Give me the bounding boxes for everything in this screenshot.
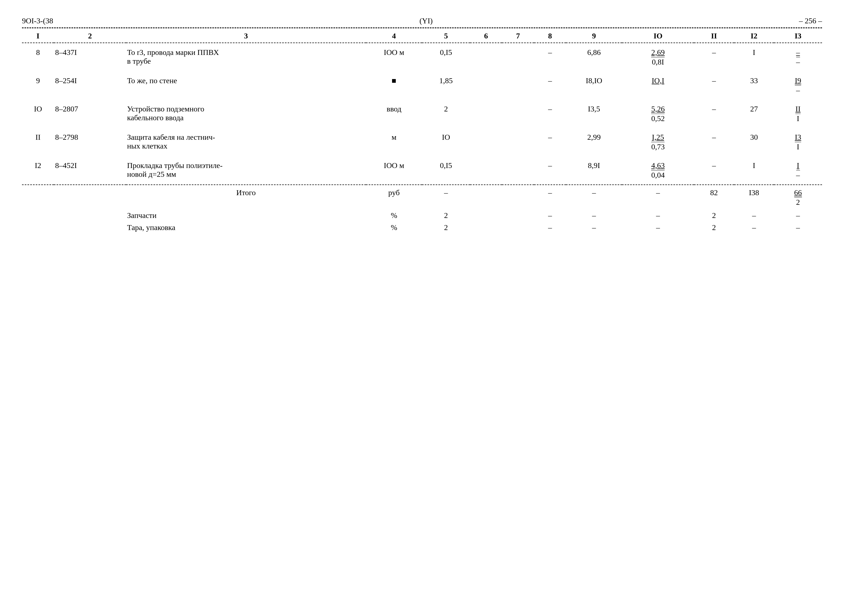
row-col9: I3,5 xyxy=(566,100,622,128)
row-col5: 1,85 xyxy=(422,71,470,100)
summary-unit: % xyxy=(366,209,422,221)
row-col7 xyxy=(502,71,534,100)
summary-col13: – xyxy=(774,209,822,221)
row-col5: 0,I5 xyxy=(422,43,470,71)
summary-row: Запчасти % 2 – – – 2 – – xyxy=(22,209,822,221)
itogo-unit: руб xyxy=(366,185,422,209)
row-unit: IOO м xyxy=(366,43,422,71)
table-row: 98–254IТо же, по стене■1,85–I8,IOIO,I–33… xyxy=(22,71,822,100)
itogo-col5: – xyxy=(422,185,470,209)
header-divider xyxy=(22,28,822,28)
row-col8: – xyxy=(534,128,566,156)
row-col6 xyxy=(470,71,502,100)
row-col9: I8,IO xyxy=(566,71,622,100)
row-col13: –– xyxy=(774,43,822,71)
row-col8: – xyxy=(534,43,566,71)
col-header-7: 7 xyxy=(502,30,534,43)
row-col5: 0,I5 xyxy=(422,156,470,185)
col-header-11: II xyxy=(694,30,734,43)
summary-label: Запчасти xyxy=(126,209,366,221)
itogo-col6 xyxy=(470,185,502,209)
row-col11: – xyxy=(694,156,734,185)
row-col12: 30 xyxy=(734,128,774,156)
row-desc: То r3, провода марки ППВХв трубе xyxy=(126,43,366,71)
col-header-2: 2 xyxy=(54,30,126,43)
header: 9OI-3-(38 (YI) – 256 – xyxy=(22,16,822,25)
row-col12: 27 xyxy=(734,100,774,128)
col-header-8: 8 xyxy=(534,30,566,43)
summary-label: Тара, упаковка xyxy=(126,221,366,233)
col-header-5: 5 xyxy=(422,30,470,43)
row-col9: 2,99 xyxy=(566,128,622,156)
main-table: I 2 3 4 5 6 7 8 9 IO II I2 I3 88–437IТо … xyxy=(22,30,822,233)
row-col13: I– xyxy=(774,156,822,185)
summary-col10: – xyxy=(622,209,694,221)
col-header-1: I xyxy=(22,30,54,43)
row-col10: 5,260,52 xyxy=(622,100,694,128)
row-unit: ■ xyxy=(366,71,422,100)
col-header-13: I3 xyxy=(774,30,822,43)
row-col11: – xyxy=(694,100,734,128)
table-row: II8–2798Защита кабеля на лестнич-ных кле… xyxy=(22,128,822,156)
row-col11: – xyxy=(694,71,734,100)
itogo-empty2 xyxy=(54,185,126,209)
row-unit: IOO м xyxy=(366,156,422,185)
row-col8: – xyxy=(534,156,566,185)
itogo-col8: – xyxy=(534,185,566,209)
summary-col8: – xyxy=(534,209,566,221)
row-col10: I,250,73 xyxy=(622,128,694,156)
itogo-col9: – xyxy=(566,185,622,209)
row-col7 xyxy=(502,128,534,156)
row-col10: 4,630,04 xyxy=(622,156,694,185)
itogo-col7 xyxy=(502,185,534,209)
row-col8: – xyxy=(534,100,566,128)
col-header-12: I2 xyxy=(734,30,774,43)
itogo-row: Итого руб – – – – 82 I38 662 xyxy=(22,185,822,209)
row-desc: Устройство подземногокабельного ввода xyxy=(126,100,366,128)
summary-empty2 xyxy=(54,221,126,233)
itogo-col13: 662 xyxy=(774,185,822,209)
row-col5: 2 xyxy=(422,100,470,128)
summary-col5: 2 xyxy=(422,221,470,233)
table-row: IO8–2807Устройство подземногокабельного … xyxy=(22,100,822,128)
summary-col10: – xyxy=(622,221,694,233)
row-num: IO xyxy=(22,100,54,128)
row-num: II xyxy=(22,128,54,156)
row-col9: 8,9I xyxy=(566,156,622,185)
itogo-col10: – xyxy=(622,185,694,209)
summary-col8: – xyxy=(534,221,566,233)
row-code: 8–2807 xyxy=(54,100,126,128)
row-code: 8–452I xyxy=(54,156,126,185)
row-code: 8–2798 xyxy=(54,128,126,156)
col-header-10: IO xyxy=(622,30,694,43)
col-header-4: 4 xyxy=(366,30,422,43)
summary-row: Тара, упаковка % 2 – – – 2 – – xyxy=(22,221,822,233)
row-col8: – xyxy=(534,71,566,100)
summary-col7 xyxy=(502,221,534,233)
row-col6 xyxy=(470,128,502,156)
summary-empty1 xyxy=(22,209,54,221)
row-num: 8 xyxy=(22,43,54,71)
row-col7 xyxy=(502,43,534,71)
doc-section: (YI) xyxy=(419,16,433,25)
row-col6 xyxy=(470,100,502,128)
row-col13: III xyxy=(774,100,822,128)
row-col9: 6,86 xyxy=(566,43,622,71)
row-col11: – xyxy=(694,43,734,71)
summary-col5: 2 xyxy=(422,209,470,221)
row-col12: 33 xyxy=(734,71,774,100)
summary-col9: – xyxy=(566,221,622,233)
row-col10: 2,690,8I xyxy=(622,43,694,71)
row-col5: IO xyxy=(422,128,470,156)
summary-empty1 xyxy=(22,221,54,233)
row-col13: I9– xyxy=(774,71,822,100)
summary-col7 xyxy=(502,209,534,221)
row-col7 xyxy=(502,156,534,185)
doc-number: 9OI-3-(38 xyxy=(22,16,53,25)
itogo-col11: 82 xyxy=(694,185,734,209)
col-header-9: 9 xyxy=(566,30,622,43)
row-col10: IO,I xyxy=(622,71,694,100)
row-col11: – xyxy=(694,128,734,156)
table-row: 88–437IТо r3, провода марки ППВХв трубеI… xyxy=(22,43,822,71)
row-col7 xyxy=(502,100,534,128)
